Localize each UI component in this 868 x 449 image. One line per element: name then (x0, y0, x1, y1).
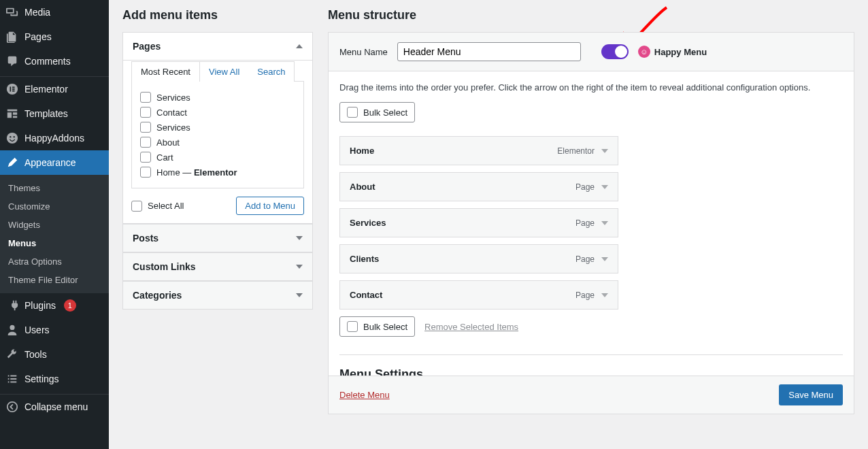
menu-item[interactable]: Clients Page (339, 244, 618, 273)
menu-item[interactable]: Home Elementor (339, 136, 618, 165)
bulk-select-top[interactable]: Bulk Select (339, 102, 415, 122)
sidebar-item-comments[interactable]: Comments (0, 49, 109, 73)
list-item[interactable]: Contact (140, 105, 295, 120)
tab-most-recent[interactable]: Most Recent (132, 62, 200, 82)
bulk-select-bottom[interactable]: Bulk Select (339, 316, 415, 337)
svg-point-8 (7, 402, 17, 412)
accordion-title: Custom Links (133, 261, 196, 272)
sidebar-item-happyaddons[interactable]: HappyAddons (0, 126, 109, 150)
elementor-icon (5, 82, 19, 96)
save-menu-button[interactable]: Save Menu (779, 384, 843, 405)
submenu-menus[interactable]: Menus (0, 234, 109, 252)
svg-point-6 (10, 136, 11, 137)
list-item[interactable]: Home — Elementor (140, 165, 295, 180)
page-checkbox[interactable] (140, 167, 151, 178)
list-item[interactable]: Services (140, 120, 295, 135)
chevron-up-icon (296, 44, 303, 48)
sidebar-item-templates[interactable]: Templates (0, 101, 109, 126)
accordion-title: Pages (133, 41, 161, 52)
happy-menu-toggle[interactable] (601, 44, 629, 59)
accordion-posts: Posts (122, 223, 313, 252)
admin-sidebar: Media Pages Comments Elementor Templates… (0, 0, 109, 449)
list-item[interactable]: About (140, 135, 295, 150)
comments-icon (5, 54, 19, 68)
pages-list: Services Contact Services About Cart Hom… (131, 81, 304, 188)
select-all-checkbox[interactable] (131, 201, 142, 212)
sidebar-item-settings[interactable]: Settings (0, 367, 109, 391)
add-items-heading: Add menu items (122, 8, 313, 22)
accordion-head-categories[interactable]: Categories (123, 281, 312, 309)
sidebar-item-plugins[interactable]: Plugins 1 (0, 293, 109, 318)
accordion-head-custom-links[interactable]: Custom Links (123, 252, 312, 280)
delete-menu-link[interactable]: Delete Menu (339, 390, 390, 400)
appearance-icon (5, 156, 19, 169)
sidebar-item-media[interactable]: Media (0, 0, 109, 24)
svg-rect-1 (10, 86, 11, 91)
sidebar-label: Appearance (24, 157, 76, 168)
happy-menu-icon: ☺ (638, 46, 650, 58)
sidebar-label: Pages (24, 31, 52, 42)
chevron-down-icon (601, 185, 608, 189)
menu-item-toggle[interactable]: Elementor (557, 146, 608, 156)
menu-structure-panel: Menu Name ☺ Happy Menu Drag the items in… (328, 32, 854, 414)
templates-icon (5, 107, 19, 120)
sidebar-label: Comments (24, 56, 71, 67)
plugins-badge: 1 (64, 299, 76, 312)
sidebar-item-appearance[interactable]: Appearance (0, 150, 109, 175)
collapse-icon (5, 400, 19, 414)
menu-item-toggle[interactable]: Page (575, 182, 608, 192)
menu-item-toggle[interactable]: Page (575, 290, 608, 300)
page-checkbox[interactable] (140, 92, 151, 103)
page-checkbox[interactable] (140, 107, 151, 118)
menu-item-toggle[interactable]: Page (575, 254, 608, 264)
page-checkbox[interactable] (140, 137, 151, 148)
accordion-title: Categories (133, 290, 182, 301)
bulk-select-checkbox[interactable] (347, 107, 358, 118)
remove-selected-link: Remove Selected Items (424, 322, 518, 332)
sidebar-label: Templates (24, 108, 68, 119)
happy-menu-label: ☺ Happy Menu (638, 46, 707, 58)
sidebar-label: HappyAddons (24, 133, 84, 144)
accordion-head-pages[interactable]: Pages (123, 33, 312, 60)
submenu-widgets[interactable]: Widgets (0, 216, 109, 234)
bulk-select-checkbox[interactable] (347, 321, 358, 332)
svg-point-5 (7, 133, 18, 144)
sidebar-label: Elementor (24, 84, 68, 95)
submenu-themes[interactable]: Themes (0, 179, 109, 197)
list-item[interactable]: Services (140, 90, 295, 105)
panel-body: Drag the items into the order you prefer… (329, 71, 854, 413)
menu-item[interactable]: About Page (339, 172, 618, 201)
menu-name-label: Menu Name (339, 47, 388, 57)
menu-structure-heading: Menu structure (328, 8, 854, 22)
page-checkbox[interactable] (140, 152, 151, 163)
sidebar-item-tools[interactable]: Tools (0, 342, 109, 367)
pages-icon (5, 30, 19, 44)
settings-icon (5, 372, 19, 386)
select-all[interactable]: Select All (131, 201, 184, 212)
svg-rect-2 (12, 86, 15, 88)
menu-item-toggle[interactable]: Page (575, 218, 608, 228)
chevron-down-icon (601, 293, 608, 297)
menu-item[interactable]: Services Page (339, 208, 618, 237)
menu-name-input[interactable] (397, 42, 581, 61)
page-checkbox[interactable] (140, 122, 151, 133)
sidebar-item-pages[interactable]: Pages (0, 24, 109, 49)
accordion-title: Posts (133, 233, 158, 244)
submenu-customize[interactable]: Customize (0, 197, 109, 216)
chevron-down-icon (296, 265, 303, 269)
list-item[interactable]: Cart (140, 150, 295, 165)
sidebar-item-users[interactable]: Users (0, 318, 109, 342)
media-icon (5, 5, 19, 19)
accordion-head-posts[interactable]: Posts (123, 224, 312, 252)
tab-search[interactable]: Search (248, 62, 294, 82)
submenu-astra[interactable]: Astra Options (0, 252, 109, 271)
tools-icon (5, 348, 19, 361)
accordion-custom-links: Custom Links (122, 252, 313, 281)
add-to-menu-button[interactable]: Add to Menu (236, 197, 304, 215)
sidebar-item-elementor[interactable]: Elementor (0, 77, 109, 101)
sidebar-item-collapse[interactable]: Collapse menu (0, 395, 109, 419)
menu-item[interactable]: Contact Page (339, 280, 618, 310)
submenu-theme-editor[interactable]: Theme File Editor (0, 271, 109, 289)
tab-view-all[interactable]: View All (200, 62, 248, 82)
accordion-pages: Pages Most Recent View All Search Servic… (122, 32, 313, 224)
